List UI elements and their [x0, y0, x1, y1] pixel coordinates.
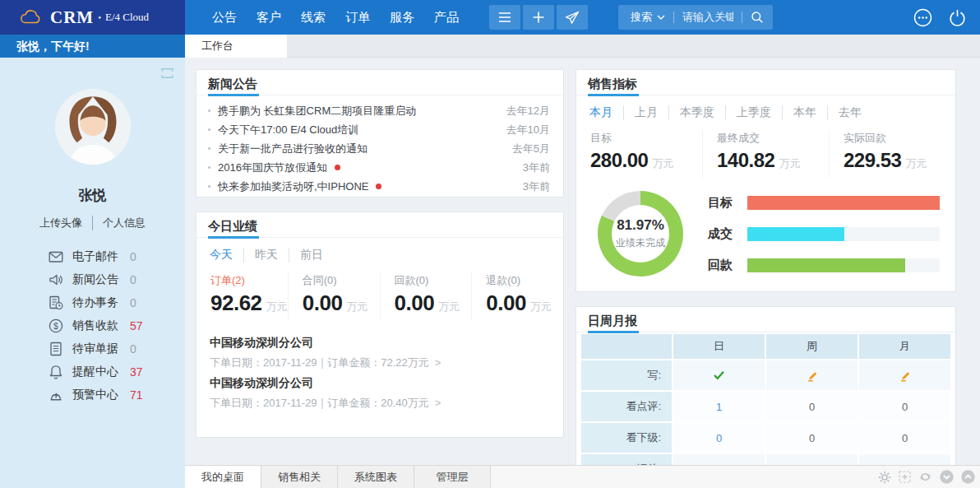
news-item[interactable]: 2016年国庆节放假通知3年前	[208, 158, 550, 177]
report-cell[interactable]	[859, 360, 950, 390]
nav-item-leads[interactable]: 线索	[301, 10, 326, 26]
tab-workspace[interactable]: 工作台	[185, 35, 287, 58]
news-date: 去年5月	[512, 142, 550, 156]
tab-last-year[interactable]: 去年	[827, 105, 862, 120]
power-icon[interactable]	[947, 7, 968, 28]
order-detail[interactable]: 下单日期：2017-11-29｜订单金额：20.40万元>	[210, 393, 550, 413]
pencil-icon	[899, 369, 912, 382]
bottom-tab-bar: 我的桌面 销售相关 系统图表 管理层	[185, 465, 980, 488]
nav-item-customers[interactable]: 客户	[257, 10, 281, 26]
user-name: 张悦	[0, 186, 185, 205]
report-cell[interactable]: 0	[766, 392, 858, 421]
payment-icon: $	[48, 318, 64, 334]
news-list: 携手鹏为 长虹集团CRM二期项目隆重启动去年12月 今天下午17:00 E/4 …	[196, 95, 563, 196]
stat-label: 合同(0)	[303, 272, 380, 289]
news-item[interactable]: 今天下午17:00 E/4 Cloud培训去年10月	[208, 120, 550, 139]
sidebar-item-news[interactable]: 新闻公告 0	[0, 268, 185, 291]
order-entry[interactable]: 中国移动深圳分公司 下单日期：2017-11-29｜订单金额：20.40万元>	[210, 373, 550, 413]
sales-metrics-panel: 销售指标 本月 上月 本季度 上季度 本年 去年 目标 280.00万元 最终成…	[576, 69, 956, 292]
tab-yesterday[interactable]: 昨天	[243, 248, 278, 263]
search-divider	[673, 12, 674, 23]
today-subtabs: 今天 昨天 前日	[210, 248, 563, 263]
upload-avatar-link[interactable]: 上传头像	[39, 216, 82, 230]
report-cell[interactable]: 0	[859, 392, 950, 421]
tab-this-month[interactable]: 本月	[589, 105, 612, 120]
metric-bar-fill	[747, 196, 940, 210]
send-button[interactable]	[557, 5, 588, 30]
bar-track	[747, 258, 940, 272]
report-header-month: 月	[859, 334, 950, 359]
metric-bars: 目标 成交 回款	[708, 196, 955, 272]
nav-item-services[interactable]: 服务	[390, 10, 414, 26]
search-icon[interactable]	[751, 11, 764, 24]
search-label: 搜索	[631, 10, 652, 25]
personal-info-link[interactable]: 个人信息	[92, 216, 146, 230]
news-text: 关于新一批产品进行验收的通知	[218, 142, 368, 156]
news-item[interactable]: 携手鹏为 长虹集团CRM二期项目隆重启动去年12月	[208, 101, 550, 120]
main-content: 工作台 新闻公告 携手鹏为 长虹集团CRM二期项目隆重启动去年12月 今天下午1…	[185, 35, 980, 488]
tab-this-quarter[interactable]: 本季度	[668, 105, 714, 120]
tab-day-before[interactable]: 前日	[289, 248, 323, 263]
add-widget-icon[interactable]	[899, 471, 911, 483]
today-panel-header: 今日业绩	[196, 212, 563, 238]
tab-last-quarter[interactable]: 上季度	[725, 105, 771, 120]
search-type-dropdown[interactable]: 搜索	[631, 10, 665, 25]
nav-item-announcements[interactable]: 公告	[212, 10, 237, 26]
gear-icon[interactable]	[878, 471, 891, 484]
keyword-input[interactable]: 请输入关键词搜索	[682, 10, 733, 25]
collapse-sidebar-icon[interactable]	[160, 67, 174, 79]
scroll-down-icon[interactable]	[940, 470, 954, 484]
bottom-bar-icons	[878, 470, 980, 484]
tab-management[interactable]: 管理层	[414, 466, 491, 488]
sidebar-item-label: 新闻公告	[72, 272, 130, 287]
tab-last-month[interactable]: 上月	[623, 105, 658, 120]
panel-title: 销售指标	[588, 77, 637, 92]
sidebar-item-payments[interactable]: $ 销售收款 57	[0, 314, 185, 337]
report-cell[interactable]	[673, 360, 765, 390]
tab-today[interactable]: 今天	[210, 248, 233, 263]
report-cell[interactable]	[766, 360, 858, 390]
order-entry[interactable]: 中国移动深圳分公司 下单日期：2017-11-29｜订单金额：72.22万元>	[210, 332, 550, 373]
avatar[interactable]	[55, 89, 131, 165]
sidebar-item-todo[interactable]: 待办事务 0	[0, 291, 185, 314]
header-right-icons	[913, 7, 980, 28]
add-button[interactable]	[523, 5, 554, 30]
tab-system-charts[interactable]: 系统图表	[338, 466, 414, 488]
nav-item-orders[interactable]: 订单	[345, 10, 370, 26]
bar-label: 目标	[708, 195, 747, 211]
report-cell[interactable]: 0	[673, 423, 765, 453]
sales-chart-row: 81.97% 业绩未完成 目标 成交 回款	[598, 191, 955, 277]
order-detail[interactable]: 下单日期：2017-11-29｜订单金额：72.22万元>	[210, 352, 550, 373]
stat-value: 229.53万元	[844, 149, 927, 171]
top-header: CRM • E/4 Cloud 公告 客户 线索 订单 服务 产品 搜索 请输入…	[0, 0, 980, 35]
order-company: 中国移动深圳分公司	[210, 373, 550, 393]
sidebar-count: 71	[130, 388, 143, 402]
report-cell[interactable]: 0	[766, 423, 858, 453]
tab-sales-related[interactable]: 销售相关	[261, 466, 338, 488]
sidebar-item-alerts[interactable]: 预警中心 71	[0, 383, 185, 407]
news-item[interactable]: 快来参加抽奖活动呀,中IPHONE3年前	[208, 177, 550, 196]
announcement-icon	[48, 272, 64, 288]
bar-track	[747, 227, 940, 241]
refresh-icon[interactable]	[918, 471, 932, 483]
sidebar-item-reminders[interactable]: 提醒中心 37	[0, 360, 185, 383]
news-item[interactable]: 关于新一批产品进行验收的通知去年5月	[208, 139, 550, 158]
tab-this-year[interactable]: 本年	[782, 105, 816, 120]
nav-item-products[interactable]: 产品	[434, 10, 459, 26]
quick-buttons	[489, 5, 588, 30]
more-icon[interactable]	[913, 7, 933, 28]
chevron-down-icon	[657, 15, 665, 20]
panel-title: 新闻公告	[208, 77, 257, 92]
check-icon	[713, 370, 725, 380]
sidebar-item-email[interactable]: 电子邮件 0	[0, 245, 185, 268]
chevron-right-icon: >	[435, 356, 441, 369]
metric-bar: 回款	[708, 258, 940, 272]
menu-button[interactable]	[489, 5, 520, 30]
scroll-up-icon[interactable]	[961, 470, 975, 484]
report-cell[interactable]: 0	[859, 423, 950, 453]
sidebar-item-pending-docs[interactable]: 待审单据 0	[0, 337, 185, 360]
report-cell[interactable]: 1	[673, 392, 765, 421]
cloud-icon	[18, 9, 43, 26]
title-underline	[588, 94, 639, 96]
tab-my-desktop[interactable]: 我的桌面	[185, 466, 261, 488]
